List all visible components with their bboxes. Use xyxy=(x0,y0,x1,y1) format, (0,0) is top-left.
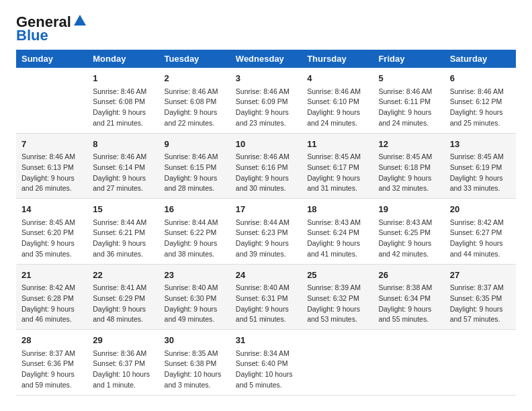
day-number: 28 xyxy=(21,334,82,347)
calendar-cell: 3Sunrise: 8:46 AM Sunset: 6:09 PM Daylig… xyxy=(230,68,302,133)
day-number: 29 xyxy=(93,334,153,347)
calendar-table: SundayMondayTuesdayWednesdayThursdayFrid… xyxy=(16,50,516,396)
day-info: Sunrise: 8:45 AM Sunset: 6:18 PM Dayligh… xyxy=(378,152,439,194)
logo-icon xyxy=(73,13,87,28)
calendar-cell: 26Sunrise: 8:38 AM Sunset: 6:34 PM Dayli… xyxy=(373,264,444,330)
day-info: Sunrise: 8:46 AM Sunset: 6:15 PM Dayligh… xyxy=(165,152,225,194)
day-number: 10 xyxy=(236,138,296,151)
header-friday: Friday xyxy=(373,50,444,68)
day-info: Sunrise: 8:41 AM Sunset: 6:29 PM Dayligh… xyxy=(93,283,153,325)
calendar-cell: 2Sunrise: 8:46 AM Sunset: 6:08 PM Daylig… xyxy=(159,68,230,133)
week-row-1: 7Sunrise: 8:46 AM Sunset: 6:13 PM Daylig… xyxy=(16,133,516,199)
calendar-cell xyxy=(373,330,444,396)
day-number: 7 xyxy=(21,138,82,151)
day-number: 5 xyxy=(378,72,439,85)
header-tuesday: Tuesday xyxy=(159,50,230,68)
day-number: 20 xyxy=(450,203,511,216)
day-info: Sunrise: 8:45 AM Sunset: 6:20 PM Dayligh… xyxy=(21,218,82,260)
day-info: Sunrise: 8:42 AM Sunset: 6:27 PM Dayligh… xyxy=(450,218,511,260)
day-number: 1 xyxy=(93,72,153,85)
day-info: Sunrise: 8:46 AM Sunset: 6:13 PM Dayligh… xyxy=(21,152,82,194)
day-number: 12 xyxy=(378,138,439,151)
calendar-cell: 27Sunrise: 8:37 AM Sunset: 6:35 PM Dayli… xyxy=(445,264,516,330)
day-info: Sunrise: 8:44 AM Sunset: 6:23 PM Dayligh… xyxy=(236,218,296,260)
day-number: 21 xyxy=(21,269,82,282)
day-info: Sunrise: 8:46 AM Sunset: 6:11 PM Dayligh… xyxy=(378,87,439,129)
day-info: Sunrise: 8:40 AM Sunset: 6:31 PM Dayligh… xyxy=(236,283,296,325)
week-row-3: 21Sunrise: 8:42 AM Sunset: 6:28 PM Dayli… xyxy=(16,264,516,330)
day-info: Sunrise: 8:46 AM Sunset: 6:08 PM Dayligh… xyxy=(93,87,153,129)
header-monday: Monday xyxy=(87,50,159,68)
day-number: 26 xyxy=(378,269,439,282)
calendar-cell: 9Sunrise: 8:46 AM Sunset: 6:15 PM Daylig… xyxy=(159,133,230,199)
calendar-cell: 28Sunrise: 8:37 AM Sunset: 6:36 PM Dayli… xyxy=(16,330,87,396)
calendar-cell: 19Sunrise: 8:43 AM Sunset: 6:25 PM Dayli… xyxy=(373,199,444,265)
calendar-cell: 30Sunrise: 8:35 AM Sunset: 6:38 PM Dayli… xyxy=(159,330,230,396)
calendar-cell: 25Sunrise: 8:39 AM Sunset: 6:32 PM Dayli… xyxy=(302,264,373,330)
calendar-cell: 31Sunrise: 8:34 AM Sunset: 6:40 PM Dayli… xyxy=(230,330,302,396)
calendar-cell xyxy=(445,330,516,396)
calendar-cell: 13Sunrise: 8:45 AM Sunset: 6:19 PM Dayli… xyxy=(445,133,516,199)
day-info: Sunrise: 8:39 AM Sunset: 6:32 PM Dayligh… xyxy=(307,283,367,325)
day-info: Sunrise: 8:44 AM Sunset: 6:21 PM Dayligh… xyxy=(93,218,153,260)
calendar-cell: 29Sunrise: 8:36 AM Sunset: 6:37 PM Dayli… xyxy=(87,330,159,396)
day-number: 18 xyxy=(307,203,367,216)
day-info: Sunrise: 8:42 AM Sunset: 6:28 PM Dayligh… xyxy=(21,283,82,325)
day-number: 8 xyxy=(93,138,153,151)
day-number: 3 xyxy=(236,72,296,85)
day-info: Sunrise: 8:45 AM Sunset: 6:19 PM Dayligh… xyxy=(450,152,511,194)
header-sunday: Sunday xyxy=(16,50,87,68)
calendar-cell: 11Sunrise: 8:45 AM Sunset: 6:17 PM Dayli… xyxy=(302,133,373,199)
day-info: Sunrise: 8:46 AM Sunset: 6:08 PM Dayligh… xyxy=(165,87,225,129)
page-header: General Blue xyxy=(16,13,516,44)
calendar-cell: 12Sunrise: 8:45 AM Sunset: 6:18 PM Dayli… xyxy=(373,133,444,199)
day-number: 24 xyxy=(236,269,296,282)
day-info: Sunrise: 8:38 AM Sunset: 6:34 PM Dayligh… xyxy=(378,283,439,325)
day-info: Sunrise: 8:43 AM Sunset: 6:25 PM Dayligh… xyxy=(378,218,439,260)
day-number: 11 xyxy=(307,138,367,151)
day-info: Sunrise: 8:37 AM Sunset: 6:35 PM Dayligh… xyxy=(450,283,511,325)
calendar-cell: 20Sunrise: 8:42 AM Sunset: 6:27 PM Dayli… xyxy=(445,199,516,265)
day-number: 6 xyxy=(450,72,511,85)
day-info: Sunrise: 8:37 AM Sunset: 6:36 PM Dayligh… xyxy=(21,349,82,391)
day-number: 13 xyxy=(450,138,511,151)
day-number: 14 xyxy=(21,203,82,216)
day-number: 9 xyxy=(165,138,225,151)
logo-blue: Blue xyxy=(16,27,48,44)
calendar-cell: 22Sunrise: 8:41 AM Sunset: 6:29 PM Dayli… xyxy=(87,264,159,330)
calendar-header-row: SundayMondayTuesdayWednesdayThursdayFrid… xyxy=(16,50,516,68)
calendar-cell xyxy=(16,68,87,133)
header-thursday: Thursday xyxy=(302,50,373,68)
calendar-cell: 23Sunrise: 8:40 AM Sunset: 6:30 PM Dayli… xyxy=(159,264,230,330)
day-info: Sunrise: 8:43 AM Sunset: 6:24 PM Dayligh… xyxy=(307,218,367,260)
calendar-cell: 5Sunrise: 8:46 AM Sunset: 6:11 PM Daylig… xyxy=(373,68,444,133)
week-row-2: 14Sunrise: 8:45 AM Sunset: 6:20 PM Dayli… xyxy=(16,199,516,265)
calendar-cell: 1Sunrise: 8:46 AM Sunset: 6:08 PM Daylig… xyxy=(87,68,159,133)
day-info: Sunrise: 8:45 AM Sunset: 6:17 PM Dayligh… xyxy=(307,152,367,194)
day-number: 17 xyxy=(236,203,296,216)
calendar-cell: 14Sunrise: 8:45 AM Sunset: 6:20 PM Dayli… xyxy=(16,199,87,265)
calendar-cell: 17Sunrise: 8:44 AM Sunset: 6:23 PM Dayli… xyxy=(230,199,302,265)
day-info: Sunrise: 8:34 AM Sunset: 6:40 PM Dayligh… xyxy=(236,349,296,391)
day-number: 25 xyxy=(307,269,367,282)
logo: General Blue xyxy=(16,13,87,44)
day-info: Sunrise: 8:46 AM Sunset: 6:09 PM Dayligh… xyxy=(236,87,296,129)
day-number: 4 xyxy=(307,72,367,85)
day-number: 22 xyxy=(93,269,153,282)
week-row-0: 1Sunrise: 8:46 AM Sunset: 6:08 PM Daylig… xyxy=(16,68,516,133)
day-info: Sunrise: 8:46 AM Sunset: 6:14 PM Dayligh… xyxy=(93,152,153,194)
header-wednesday: Wednesday xyxy=(230,50,302,68)
day-number: 27 xyxy=(450,269,511,282)
day-info: Sunrise: 8:46 AM Sunset: 6:16 PM Dayligh… xyxy=(236,152,296,194)
calendar-cell: 15Sunrise: 8:44 AM Sunset: 6:21 PM Dayli… xyxy=(87,199,159,265)
calendar-cell: 10Sunrise: 8:46 AM Sunset: 6:16 PM Dayli… xyxy=(230,133,302,199)
day-info: Sunrise: 8:35 AM Sunset: 6:38 PM Dayligh… xyxy=(165,349,225,391)
header-saturday: Saturday xyxy=(445,50,516,68)
day-info: Sunrise: 8:44 AM Sunset: 6:22 PM Dayligh… xyxy=(165,218,225,260)
calendar-cell: 7Sunrise: 8:46 AM Sunset: 6:13 PM Daylig… xyxy=(16,133,87,199)
day-number: 30 xyxy=(165,334,225,347)
calendar-cell: 16Sunrise: 8:44 AM Sunset: 6:22 PM Dayli… xyxy=(159,199,230,265)
calendar-cell: 24Sunrise: 8:40 AM Sunset: 6:31 PM Dayli… xyxy=(230,264,302,330)
calendar-cell: 6Sunrise: 8:46 AM Sunset: 6:12 PM Daylig… xyxy=(445,68,516,133)
day-number: 31 xyxy=(236,334,296,347)
